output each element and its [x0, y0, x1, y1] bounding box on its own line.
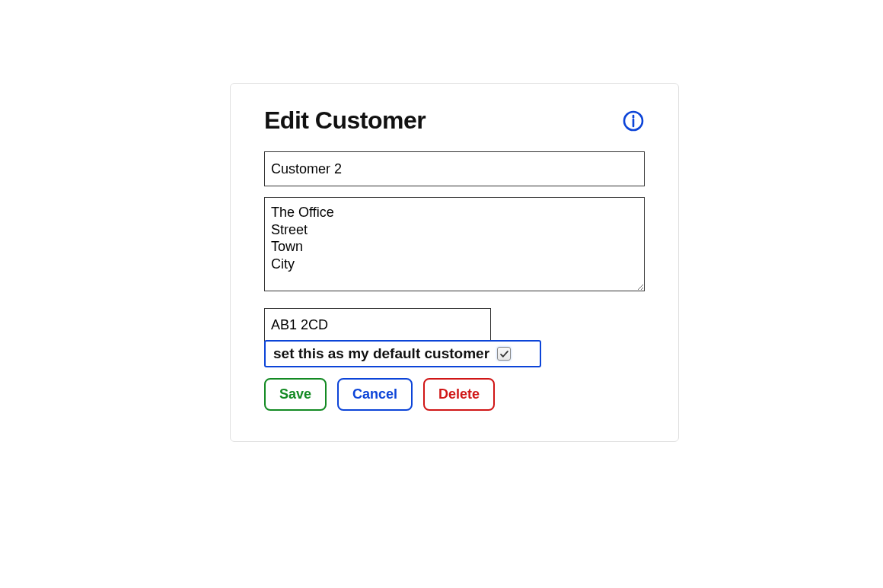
panel-header: Edit Customer [264, 106, 645, 135]
save-button[interactable]: Save [264, 378, 327, 411]
default-customer-row[interactable]: set this as my default customer [264, 340, 541, 367]
default-customer-checkbox-wrap [497, 347, 511, 361]
cancel-button[interactable]: Cancel [337, 378, 413, 411]
customer-address-textarea[interactable] [264, 197, 645, 291]
panel-title: Edit Customer [264, 106, 426, 135]
delete-button[interactable]: Delete [423, 378, 495, 411]
default-customer-label: set this as my default customer [273, 345, 489, 362]
info-icon[interactable] [622, 110, 645, 132]
default-customer-checkbox[interactable] [497, 347, 511, 361]
customer-name-input[interactable] [264, 151, 645, 186]
button-row: Save Cancel Delete [264, 378, 645, 411]
fields-group: set this as my default customer Save Can… [264, 151, 645, 411]
customer-postcode-input[interactable] [264, 308, 491, 342]
edit-customer-panel: Edit Customer set this as my default cus… [230, 83, 679, 442]
